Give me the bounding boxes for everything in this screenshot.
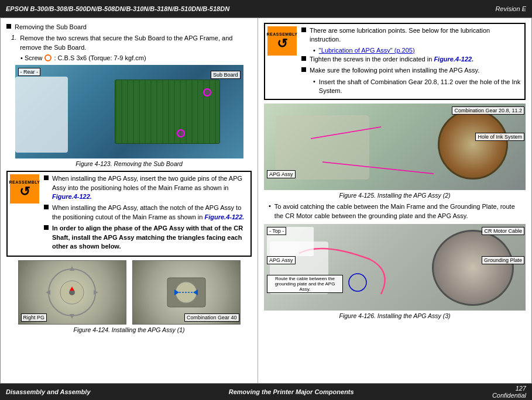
gear-row: Right PG xyxy=(6,260,252,325)
reassembly-bullet-2: When installing the APG Assy, attach the… xyxy=(44,204,248,222)
left-column: Removing the Sub Board 1. Remove the two… xyxy=(1,18,258,383)
reassembly-box-2: REASSEMBLY ↺ There are some lubrication … xyxy=(264,23,526,100)
gear-left-img: Right PG xyxy=(18,260,126,325)
insert-shaft-bullet: • Insert the shaft of Combination Gear 2… xyxy=(313,78,522,96)
figure-126-caption: Figure 4-126. Installing the APG Assy (3… xyxy=(264,312,526,319)
reassembly-content-1: When installing the APG Assy, insert the… xyxy=(44,174,248,253)
svg-line-10 xyxy=(322,162,434,174)
reassembly-content-2: There are some lubrication points. See b… xyxy=(301,26,522,96)
figure-123-image: - Rear - Sub Board xyxy=(15,65,243,158)
lube-sub-bullet: • "Lubrication of APG Assy" (p.205) xyxy=(313,47,522,54)
screw-spec: • Screw : C.B.S 3x6 (Torque: 7-9 kgf.cm) xyxy=(20,54,252,61)
bullet-sq xyxy=(44,175,49,180)
apg-assy2-label: APG Assy xyxy=(267,256,296,264)
reassembly-bullet-1: When installing the APG Assy, insert the… xyxy=(44,174,248,201)
footer-center: Removing the Printer Major Components xyxy=(229,388,354,395)
bullet-icon xyxy=(6,24,11,29)
page-header: EPSON B-300/B-308/B-500DN/B-508DN/B-310N… xyxy=(0,0,532,18)
bullet-sq xyxy=(301,27,306,32)
make-sure-bullet: Make sure the following point when insta… xyxy=(301,66,522,75)
figure-126-container: - Top - CR Motor Cable APG Assy Groundin… xyxy=(264,224,526,319)
figure-124-container: Right PG xyxy=(6,260,252,333)
figure-123-container: - Rear - Sub Board Figure 4-123. Removin… xyxy=(6,65,252,167)
bullet-sq xyxy=(301,67,306,72)
avoid-cable-bullet: • To avoid catching the cable between th… xyxy=(269,202,526,220)
svg-point-11 xyxy=(349,274,366,291)
svg-line-9 xyxy=(311,127,381,139)
bullet-sq xyxy=(44,225,49,230)
reassembly-box-1: REASSEMBLY ↺ When installing the APG Ass… xyxy=(6,171,252,257)
page-footer: Disassembly and Assembly Removing the Pr… xyxy=(0,384,532,400)
header-revision: Revision E xyxy=(495,5,526,12)
hole-ink-label: Hole of Ink System xyxy=(475,133,524,141)
step-1: 1. Remove the two screws that secure the… xyxy=(11,34,252,52)
grounding-plate-label: Grounding Plate xyxy=(482,256,524,264)
header-title: EPSON B-300/B-308/B-500DN/B-508DN/B-310N… xyxy=(6,5,229,12)
rear-label: - Rear - xyxy=(18,68,41,76)
figure-123-caption: Figure 4-123. Removing the Sub Board xyxy=(6,160,252,167)
reassembly-bullet-3: In order to align the phase of the APG A… xyxy=(44,224,248,251)
top-label: - Top - xyxy=(267,227,286,235)
cr-motor-label: CR Motor Cable xyxy=(482,227,524,235)
step-1-text: Remove the two screws that secure the Su… xyxy=(20,34,252,52)
right-pg-label: Right PG xyxy=(21,313,47,322)
reassembly-icon-2: REASSEMBLY ↺ xyxy=(267,26,297,56)
combination-gear-label-r: Combination Gear 20.8, 11.2 xyxy=(452,106,524,115)
gear-right-img: Combination Gear 40 xyxy=(132,260,241,325)
screw-circle-icon xyxy=(44,54,52,61)
figure-126-image: - Top - CR Motor Cable APG Assy Groundin… xyxy=(264,224,526,311)
route-cable-label: Route the cable between the grounding pl… xyxy=(267,275,343,293)
bullet-dot: • xyxy=(20,54,23,61)
figure-125-container: APG Assy Combination Gear 20.8, 11.2 Hol… xyxy=(264,104,526,199)
tighten-bullet: Tighten the screws in the order indicate… xyxy=(301,55,522,64)
section-title: Removing the Sub Board xyxy=(15,23,87,32)
footer-left: Disassembly and Assembly xyxy=(6,388,91,395)
right-column: REASSEMBLY ↺ There are some lubrication … xyxy=(258,18,531,383)
bullet-sq xyxy=(44,205,49,209)
lube-bullet: There are some lubrication points. See b… xyxy=(301,26,522,44)
screw-spec-text: : C.B.S 3x6 (Torque: 7-9 kgf.cm) xyxy=(54,54,146,61)
apg-assy-label: APG Assy xyxy=(267,170,296,178)
screw-label: Screw xyxy=(25,54,43,61)
sub-board-label: Sub Board xyxy=(211,71,241,79)
bullet-sq xyxy=(301,56,306,61)
lube-link: "Lubrication of APG Assy" (p.205) xyxy=(319,47,415,54)
page-number: 127 xyxy=(516,385,526,392)
figure-125-image: APG Assy Combination Gear 20.8, 11.2 Hol… xyxy=(264,104,526,190)
confidential-label: Confidential xyxy=(492,392,526,399)
figure-124-caption: Figure 4-124. Installing the APG Assy (1… xyxy=(6,326,252,333)
section-bullet: Removing the Sub Board xyxy=(6,23,252,32)
step-number: 1. xyxy=(11,34,16,41)
combination-gear-label: Combination Gear 40 xyxy=(184,313,239,322)
avoid-cable-text: To avoid catching the cable between the … xyxy=(274,202,526,220)
main-content: Removing the Sub Board 1. Remove the two… xyxy=(0,18,532,384)
reassembly-icon-1: REASSEMBLY ↺ xyxy=(10,174,39,204)
figure-125-caption: Figure 4-125. Installing the APG Assy (2… xyxy=(264,192,526,199)
footer-right: 127 Confidential xyxy=(492,385,526,399)
